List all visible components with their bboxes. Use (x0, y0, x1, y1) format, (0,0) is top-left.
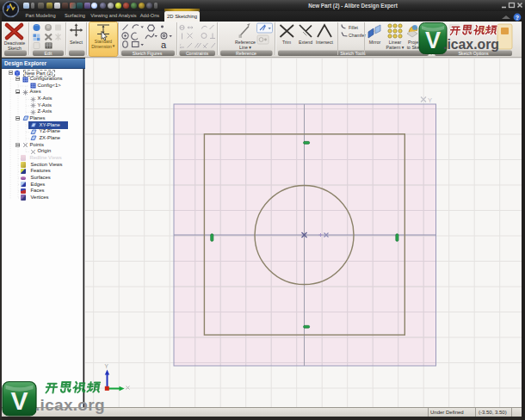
svg-text:Line ▾: Line ▾ (239, 45, 251, 50)
svg-text:Sketch: Sketch (8, 46, 22, 51)
svg-text:Edit: Edit (45, 51, 52, 56)
svg-text:V: V (425, 28, 441, 53)
svg-text:.icax.org: .icax.org (35, 396, 105, 414)
svg-text:Intersect: Intersect (316, 40, 333, 45)
svg-text:Y: Y (105, 363, 109, 369)
svg-text:Pattern ▾: Pattern ▾ (386, 45, 405, 50)
svg-text:Extend: Extend (299, 40, 312, 45)
svg-text:Chamfer: Chamfer (349, 33, 366, 38)
svg-text:.icax.org: .icax.org (443, 37, 499, 52)
svg-text:Fillet: Fillet (349, 25, 359, 30)
svg-text:Select: Select (70, 40, 83, 45)
svg-text:Dimension: Dimension (91, 44, 112, 49)
svg-text:V: V (10, 386, 28, 415)
svg-text:Reference: Reference (236, 51, 256, 56)
svg-text:a: a (161, 40, 167, 50)
svg-text:Y: Y (428, 96, 432, 104)
svg-text:Mirror: Mirror (369, 40, 381, 45)
svg-text:Sketch Tools: Sketch Tools (340, 51, 366, 56)
svg-text:Sketch Figures: Sketch Figures (133, 51, 163, 56)
svg-text:Constraints: Constraints (186, 51, 209, 56)
svg-text:?: ? (516, 15, 519, 21)
svg-text:Trim: Trim (282, 40, 291, 45)
